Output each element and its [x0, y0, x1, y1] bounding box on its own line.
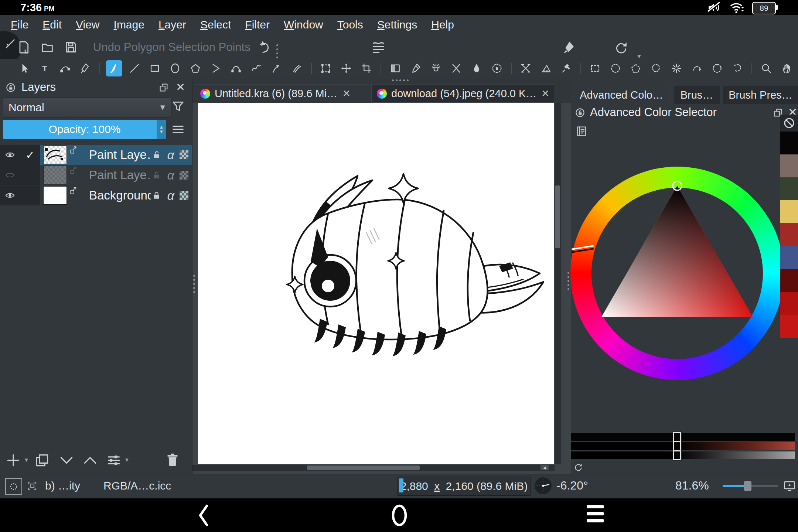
- layer-opacity-spinners[interactable]: ▲▼: [157, 120, 166, 139]
- recents-button[interactable]: [587, 505, 604, 522]
- layer-row-paint-2[interactable]: Paint Laye… α: [0, 165, 192, 185]
- brush-preset-label[interactable]: b) …ity: [45, 480, 80, 492]
- eraser-mode-button[interactable]: [561, 40, 576, 57]
- scroll-left-arrow[interactable]: ◀: [540, 465, 549, 470]
- add-layer-caret[interactable]: ▼: [24, 457, 29, 463]
- document-tab-download[interactable]: download (54).jpeg (240.0 K… ✕: [371, 84, 555, 103]
- menu-filter[interactable]: Filter: [238, 15, 276, 31]
- text-tool[interactable]: T: [37, 60, 53, 76]
- undo-history-label[interactable]: Undo Polygon Selection Points: [93, 41, 250, 54]
- fill-tool[interactable]: [468, 60, 485, 76]
- move-layer-up-button[interactable]: [82, 452, 98, 468]
- color-sampler-tool[interactable]: [407, 60, 424, 76]
- canvas[interactable]: [198, 103, 554, 464]
- transform-tool[interactable]: [318, 60, 334, 76]
- properties-caret[interactable]: ▼: [124, 457, 130, 463]
- layer-visibility-toggle[interactable]: [0, 185, 20, 205]
- open-document-button[interactable]: [40, 40, 55, 56]
- history-swatch-6[interactable]: [780, 246, 798, 269]
- slider-handle[interactable]: [673, 450, 681, 460]
- float-docker-icon[interactable]: [158, 82, 169, 93]
- brush-settings-button[interactable]: [370, 39, 386, 57]
- duplicate-layer-button[interactable]: [34, 452, 50, 468]
- zoom-slider[interactable]: [723, 485, 778, 487]
- similar-selection-tool[interactable]: [668, 60, 685, 76]
- refresh-colors-icon[interactable]: [573, 462, 584, 473]
- dock-lock-icon[interactable]: [574, 107, 586, 118]
- layer-visibility-toggle[interactable]: [0, 165, 20, 185]
- layer-unlocked-icon[interactable]: [151, 149, 162, 160]
- menu-tools[interactable]: Tools: [331, 15, 370, 31]
- zoom-slider-handle[interactable]: [744, 481, 751, 491]
- alpha-channel-icon[interactable]: [180, 150, 188, 159]
- history-swatch-2[interactable]: [780, 154, 798, 177]
- outline-selection-tool[interactable]: [729, 60, 746, 76]
- move-tool[interactable]: [338, 60, 354, 76]
- zoom-tool[interactable]: [758, 60, 774, 76]
- rotation-angle-value[interactable]: -6.20°: [556, 479, 588, 492]
- polygonal-selection-tool[interactable]: [628, 60, 644, 76]
- layer-active-checkbox[interactable]: ✓: [20, 145, 40, 165]
- undo-button[interactable]: [256, 40, 271, 56]
- layer-row-background[interactable]: Background α: [0, 185, 192, 205]
- freehand-selection-tool[interactable]: [648, 60, 664, 76]
- menu-layer[interactable]: Layer: [152, 15, 193, 31]
- bezier-selection-tool[interactable]: [689, 60, 705, 76]
- pan-tool[interactable]: [778, 60, 795, 76]
- layer-properties-button[interactable]: [106, 452, 122, 468]
- close-icon[interactable]: ✕: [541, 88, 549, 99]
- horizontal-scrollbar-handle[interactable]: [307, 466, 420, 470]
- tab-brushes[interactable]: Brus…: [673, 86, 720, 104]
- dock-splitter-handle[interactable]: [392, 79, 409, 81]
- image-size-indicator[interactable]: 2,880 x 2,160 (89.6 MiB): [398, 477, 531, 496]
- magnetic-selection-tool[interactable]: [709, 60, 725, 76]
- tab-brush-presets[interactable]: Brush Pres…: [723, 86, 798, 104]
- selector-settings-icon[interactable]: [575, 125, 588, 137]
- alpha-locked-icon[interactable]: α: [167, 148, 174, 162]
- new-document-button[interactable]: [16, 40, 31, 56]
- measure-tool[interactable]: [538, 60, 554, 76]
- layer-thumbnail[interactable]: [43, 146, 67, 164]
- layer-visibility-toggle[interactable]: [0, 145, 20, 165]
- history-swatch-9[interactable]: [780, 315, 798, 338]
- back-button[interactable]: [197, 504, 210, 527]
- home-button[interactable]: [391, 504, 408, 527]
- history-swatch-5[interactable]: [780, 223, 798, 246]
- layer-thumbnail[interactable]: [43, 186, 67, 205]
- reload-preset-button[interactable]: [613, 40, 629, 57]
- canvas-rotation-dial[interactable]: [535, 477, 552, 494]
- dynamic-brush-tool[interactable]: [269, 60, 285, 76]
- delete-layer-button[interactable]: [164, 451, 181, 468]
- slider-handle[interactable]: [673, 441, 681, 451]
- no-color-button[interactable]: [780, 115, 798, 132]
- calligraphy-tool[interactable]: [77, 60, 93, 76]
- elliptical-selection-tool[interactable]: [607, 60, 624, 76]
- layer-active-checkbox[interactable]: [20, 165, 40, 185]
- add-layer-button[interactable]: [5, 452, 21, 468]
- layer-options-menu-icon[interactable]: [171, 122, 185, 137]
- slider-strip-2[interactable]: [571, 442, 795, 450]
- layer-name[interactable]: Paint Laye…: [89, 148, 151, 162]
- tab-advanced-color-selector[interactable]: Advanced Colo…: [572, 86, 671, 104]
- layer-unlocked-icon[interactable]: [151, 170, 162, 181]
- layer-blending-mode-dropdown[interactable]: Normal ▼: [3, 98, 171, 117]
- menu-window[interactable]: Window: [277, 15, 330, 31]
- alpha-locked-icon[interactable]: α: [167, 168, 174, 183]
- smart-patch-tool[interactable]: [448, 60, 464, 76]
- gradient-tool[interactable]: [387, 60, 403, 76]
- selection-display-icon[interactable]: [27, 480, 38, 491]
- document-tab-untitled[interactable]: Untitled.kra (6) (89.6 Mi… ✕: [195, 84, 369, 103]
- menu-settings[interactable]: Settings: [371, 15, 424, 31]
- inherit-alpha-icon[interactable]: [69, 166, 79, 175]
- history-swatch-7[interactable]: [780, 269, 798, 292]
- reference-images-tool[interactable]: [558, 60, 574, 76]
- move-layer-down-button[interactable]: [58, 452, 75, 468]
- polygon-tool[interactable]: [187, 60, 204, 76]
- alpha-locked-icon[interactable]: α: [167, 188, 174, 203]
- slider-handle[interactable]: [673, 432, 681, 442]
- selection-mode-button[interactable]: [5, 478, 22, 495]
- freehand-path-tool[interactable]: [248, 60, 265, 76]
- menu-help[interactable]: Help: [424, 15, 461, 31]
- dock-lock-icon[interactable]: [5, 82, 16, 93]
- layer-filter-icon[interactable]: [171, 99, 185, 114]
